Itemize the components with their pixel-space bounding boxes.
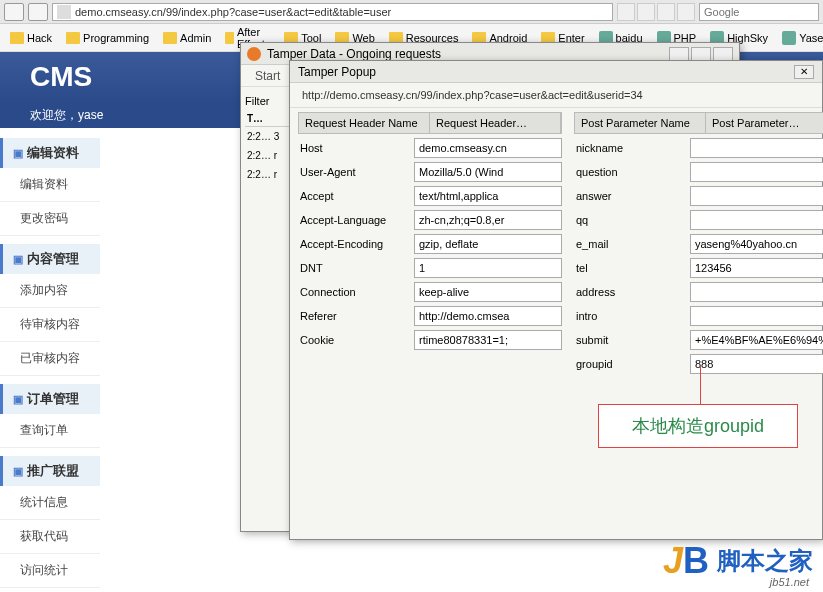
expand-icon: ▣ <box>13 147 23 159</box>
param-value-input[interactable] <box>690 138 823 158</box>
url-bar[interactable]: demo.cmseasy.cn/99/index.php?case=user&a… <box>52 3 613 21</box>
menu-icon[interactable] <box>677 3 695 21</box>
tamper-popup-title: Tamper Popup <box>298 65 376 79</box>
param-name: submit <box>574 334 684 346</box>
folder-icon <box>163 32 177 44</box>
annotation-callout: 本地构造groupid <box>598 404 798 448</box>
post-param-row: tel <box>574 258 823 278</box>
header-name: User-Agent <box>298 166 408 178</box>
sidebar-item[interactable]: 编辑资料 <box>0 168 100 202</box>
header-value-input[interactable] <box>414 282 562 302</box>
forward-button[interactable] <box>28 3 48 21</box>
header-value-input[interactable] <box>414 210 562 230</box>
req-header-name-col[interactable]: Request Header Name <box>299 113 430 133</box>
request-header-row: User-Agent <box>298 162 562 182</box>
param-name: e_mail <box>574 238 684 250</box>
watermark-text: 脚本之家 <box>717 545 813 577</box>
post-param-name-col[interactable]: Post Parameter Name <box>575 113 706 133</box>
annotation-text: 本地构造groupid <box>632 414 764 438</box>
post-param-row: answer <box>574 186 823 206</box>
header-value-input[interactable] <box>414 162 562 182</box>
post-params-column: Post Parameter Name Post Parameter… nick… <box>574 112 823 378</box>
start-button[interactable]: Start <box>249 67 286 85</box>
search-input[interactable] <box>699 3 819 21</box>
reload-icon[interactable] <box>617 3 635 21</box>
header-value-input[interactable] <box>414 186 562 206</box>
home-icon[interactable] <box>657 3 675 21</box>
param-value-input[interactable] <box>690 258 823 278</box>
expand-icon: ▣ <box>13 253 23 265</box>
param-name: groupid <box>574 358 684 370</box>
param-value-input[interactable] <box>690 354 823 374</box>
header-value-input[interactable] <box>414 138 562 158</box>
post-param-value-col[interactable]: Post Parameter… <box>706 113 823 133</box>
sidebar-group-head[interactable]: ▣内容管理 <box>0 244 100 274</box>
request-header-row: DNT <box>298 258 562 278</box>
minimize-button[interactable] <box>669 47 689 61</box>
sidebar-group-head[interactable]: ▣编辑资料 <box>0 138 100 168</box>
header-name: Accept <box>298 190 408 202</box>
bookmark-programming[interactable]: Programming <box>62 30 153 46</box>
sidebar-item[interactable]: 查询订单 <box>0 414 100 448</box>
header-value-input[interactable] <box>414 306 562 326</box>
bookmark-label: Programming <box>83 32 149 44</box>
request-header-row: Accept <box>298 186 562 206</box>
bookmark-yaseng[interactable]: Yaseng <box>778 29 823 47</box>
expand-icon: ▣ <box>13 465 23 477</box>
sidebar-item[interactable]: 更改密码 <box>0 202 100 236</box>
url-text: demo.cmseasy.cn/99/index.php?case=user&a… <box>75 6 391 18</box>
maximize-button[interactable] <box>691 47 711 61</box>
close-button[interactable]: ✕ <box>794 65 814 79</box>
header-value-input[interactable] <box>414 258 562 278</box>
req-header-value-col[interactable]: Request Header… <box>430 113 561 133</box>
param-value-input[interactable] <box>690 186 823 206</box>
param-name: answer <box>574 190 684 202</box>
sidebar-item[interactable]: 待审核内容 <box>0 308 100 342</box>
param-value-input[interactable] <box>690 162 823 182</box>
page-icon <box>57 5 71 19</box>
bookmark-label: Yaseng <box>799 32 823 44</box>
stop-icon[interactable] <box>637 3 655 21</box>
post-param-row: nickname <box>574 138 823 158</box>
sidebar-item[interactable]: 统计信息 <box>0 486 100 520</box>
param-name: address <box>574 286 684 298</box>
param-name: question <box>574 166 684 178</box>
param-value-input[interactable] <box>690 234 823 254</box>
sidebar-group-head[interactable]: ▣推广联盟 <box>0 456 100 486</box>
post-param-row: submit <box>574 330 823 350</box>
bookmark-admin[interactable]: Admin <box>159 30 215 46</box>
header-name: Referer <box>298 310 408 322</box>
sidebar-group-head[interactable]: ▣订单管理 <box>0 384 100 414</box>
header-value-input[interactable] <box>414 234 562 254</box>
firefox-icon <box>247 47 261 61</box>
post-param-row: qq <box>574 210 823 230</box>
param-name: tel <box>574 262 684 274</box>
header-value-input[interactable] <box>414 330 562 350</box>
tamper-popup-titlebar[interactable]: Tamper Popup ✕ <box>290 61 822 83</box>
sidebar-item[interactable]: 访问统计 <box>0 554 100 588</box>
header-name: DNT <box>298 262 408 274</box>
header-name: Host <box>298 142 408 154</box>
cms-logo: CMS <box>30 61 92 93</box>
sidebar-item[interactable]: 添加内容 <box>0 274 100 308</box>
request-header-row: Host <box>298 138 562 158</box>
request-header-row: Accept-Encoding <box>298 234 562 254</box>
param-value-input[interactable] <box>690 210 823 230</box>
post-param-row: address <box>574 282 823 302</box>
sidebar-item[interactable]: 获取代码 <box>0 520 100 554</box>
param-value-input[interactable] <box>690 306 823 326</box>
post-param-row: e_mail <box>574 234 823 254</box>
watermark-logo: JB <box>663 540 709 582</box>
close-button[interactable] <box>713 47 733 61</box>
post-param-row: groupid <box>574 354 823 374</box>
header-name: Connection <box>298 286 408 298</box>
bookmark-label: Hack <box>27 32 52 44</box>
expand-icon: ▣ <box>13 393 23 405</box>
back-button[interactable] <box>4 3 24 21</box>
tamper-popup-window: Tamper Popup ✕ http://demo.cmseasy.cn/99… <box>289 60 823 540</box>
sidebar-item[interactable]: 已审核内容 <box>0 342 100 376</box>
param-value-input[interactable] <box>690 282 823 302</box>
welcome-text: 欢迎您，yase <box>30 107 103 124</box>
param-value-input[interactable] <box>690 330 823 350</box>
bookmark-hack[interactable]: Hack <box>6 30 56 46</box>
